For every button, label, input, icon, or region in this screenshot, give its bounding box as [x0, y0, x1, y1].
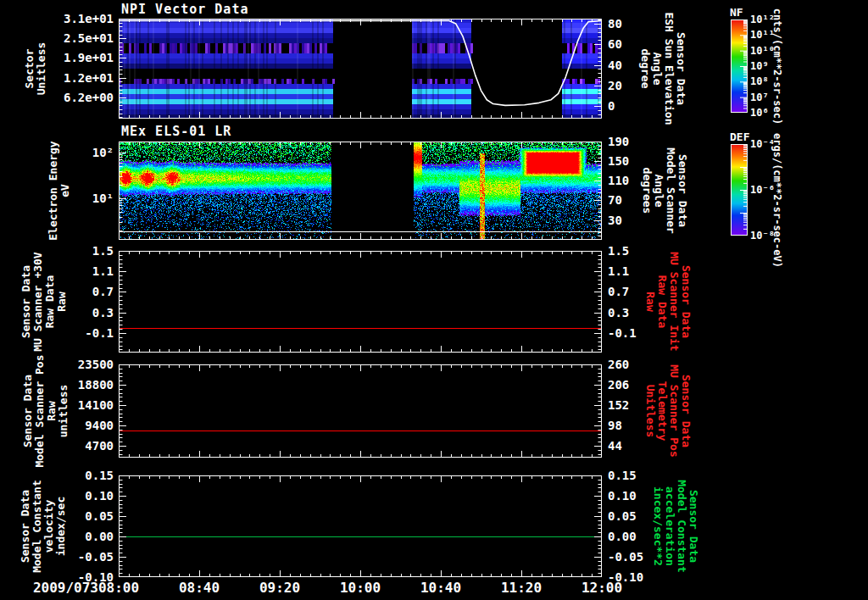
panel-title-npi: NPI Vector Data [121, 2, 248, 17]
npi-spectrogram-canvas [119, 19, 602, 119]
axis-label-right-model-constant: Sensor Data Model Constant acceleration … [652, 399, 699, 600]
model-scanner-pos-plot-canvas [119, 364, 602, 458]
x-tick-label: 12:00 [568, 580, 636, 596]
x-tick-label: 09:20 [246, 580, 314, 596]
x-tick-label: 10:00 [326, 580, 394, 596]
colorbar-name-DEF: DEF [730, 131, 749, 143]
colorbar-tick-label: 10⁸ [750, 75, 769, 87]
colorbar-tick-label: 10⁶ [750, 107, 769, 119]
mu-scanner-30v-plot-canvas [119, 251, 602, 353]
els-spectrogram-canvas [119, 142, 602, 240]
x-tick-label: 08:00 [85, 580, 153, 596]
model-constant-plot-canvas [119, 475, 602, 577]
plot-page: NPI Vector Data MEx ELS-01 LR 2009/073 3… [0, 0, 868, 600]
axis-label-left-model-constant: Sensor Data Model Constant velocity inde… [19, 399, 67, 600]
colorbar-name-NF: NF [730, 6, 743, 19]
panel-title-els: MEx ELS-01 LR [121, 124, 231, 139]
x-tick-label: 10:40 [407, 580, 475, 596]
colorbar-tick-label: 10⁹ [750, 60, 769, 72]
x-tick-label: 11:20 [487, 580, 555, 596]
def-colorbar-canvas [731, 144, 748, 236]
nf-colorbar-canvas [731, 19, 748, 113]
colorbar-tick-label: 10⁷ [750, 92, 769, 103]
y-tick-label-left: 2.5e+01 [53, 31, 114, 45]
colorbar-units-DEF: ergs/(cm**2-sr-sec-eV) [771, 73, 782, 327]
axis-label-left-npi: Sector Unitless [24, 0, 47, 196]
y-tick-label-left: 3.1e+01 [53, 12, 114, 25]
x-tick-label: 08:40 [165, 580, 233, 596]
